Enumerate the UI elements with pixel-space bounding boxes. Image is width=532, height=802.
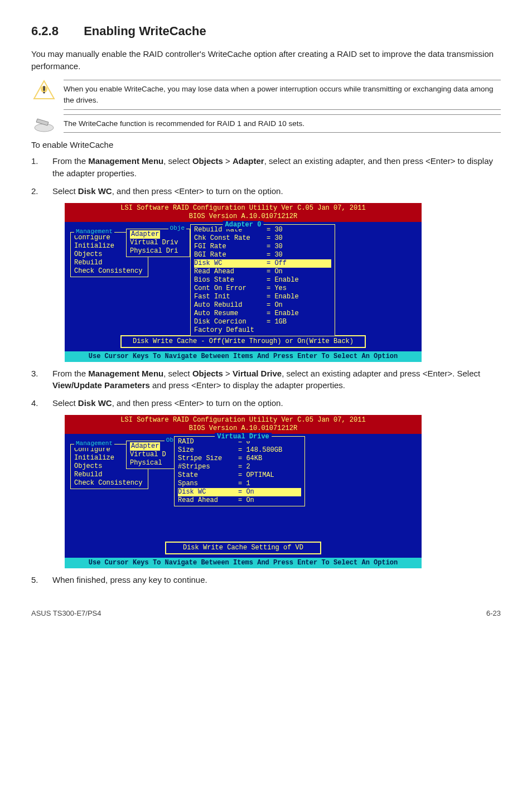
menu-item: Virtual Driv	[130, 239, 186, 247]
objects-menu: Obje Adapter Virtual Driv Physical Dri	[126, 229, 190, 257]
step-text: From the Management Menu, select Objects…	[52, 155, 501, 180]
property-row: Stripe Size= 64KB	[178, 455, 301, 463]
objects-menu: Ob Adapter Virtual D Physical	[126, 441, 179, 469]
bios-footer-hint: Use Cursor Keys To Navigate Between Item…	[65, 558, 422, 568]
property-row: BGI Rate= 30	[194, 251, 331, 259]
page-footer: ASUS TS300-E7/PS4 6-23	[31, 608, 501, 619]
property-row: #Stripes= 2	[178, 463, 301, 471]
property-row: Cont On Error= Yes	[194, 284, 331, 293]
bios-group-label: Virtual Drive	[215, 433, 272, 441]
step-number: 1.	[31, 155, 40, 180]
step-number: 2.	[31, 185, 40, 197]
warning-callout: When you enable WriteCache, you may lose…	[31, 80, 501, 109]
property-row: State= OPTIMAL	[178, 471, 301, 480]
bios-message-box: Disk Write Cache - Off(Write Through) or…	[120, 335, 366, 348]
menu-item: Check Consistency	[74, 267, 144, 276]
section-title: Enabling WriteCache	[84, 24, 206, 38]
step-text: When finished, press any key to continue…	[52, 574, 501, 586]
bios-group-label: Adapter 0	[223, 221, 264, 229]
property-row: Size= 148.580GB	[178, 446, 301, 455]
bios-screenshot-adapter: LSI Software RAID Configuration Utility …	[65, 203, 422, 362]
svg-rect-2	[43, 86, 45, 91]
step-text: Select Disk WC, and then press <Enter> t…	[52, 185, 501, 197]
property-row: Auto Resume= Enable	[194, 310, 331, 318]
bios-title: LSI Software RAID Configuration Utility …	[65, 415, 422, 434]
property-row: Fast Init= Enable	[194, 293, 331, 301]
step-number: 3.	[31, 368, 40, 392]
step-5: 5. When finished, press any key to conti…	[31, 574, 501, 586]
property-row-selected: Disk WC= Off	[194, 259, 331, 268]
property-row: Chk Const Rate= 30	[194, 234, 331, 243]
note-callout: The WriteCache function is recommended f…	[31, 114, 501, 133]
adapter-properties-panel: Rebuild Rate= 30Chk Const Rate= 30FGI Ra…	[190, 224, 335, 336]
section-number: 6.2.8	[31, 22, 80, 40]
step-number: 4.	[31, 397, 40, 409]
footer-product: ASUS TS300-E7/PS4	[31, 608, 101, 619]
property-row: Disk Coercion= 1GB	[194, 318, 331, 326]
note-icon	[31, 114, 57, 133]
property-row-selected: Disk WC= On	[178, 488, 301, 496]
bios-footer-hint: Use Cursor Keys To Navigate Between Item…	[65, 351, 422, 362]
property-row: Auto Rebuild= On	[194, 301, 331, 310]
step-number: 5.	[31, 574, 40, 586]
warning-icon	[31, 80, 57, 101]
bios-message-box: Disk Write Cache Setting of VD	[165, 542, 321, 554]
property-row: Read Ahead= On	[194, 268, 331, 276]
menu-item: Check Consistency	[74, 479, 144, 487]
note-text: The WriteCache function is recommended f…	[64, 114, 501, 133]
menu-item: Virtual D	[130, 451, 175, 459]
step-text: From the Management Menu, select Objects…	[52, 368, 501, 392]
property-row: FGI Rate= 30	[194, 243, 331, 251]
step-2: 2. Select Disk WC, and then press <Enter…	[31, 185, 501, 197]
menu-item: Physical Dri	[130, 247, 186, 255]
section-heading: 6.2.8 Enabling WriteCache	[31, 22, 501, 40]
virtual-drive-properties-panel: RAID= 0Size= 148.580GBStripe Size= 64KB#…	[174, 436, 305, 506]
menu-item-selected: Adapter	[130, 230, 160, 239]
bios-title: LSI Software RAID Configuration Utility …	[65, 203, 422, 222]
step-1: 1. From the Management Menu, select Obje…	[31, 155, 501, 180]
menu-item: Physical	[130, 459, 175, 467]
property-row: Bios State= Enable	[194, 276, 331, 284]
menu-item: Rebuild	[74, 471, 144, 479]
svg-point-4	[35, 124, 54, 132]
footer-page-number: 6-23	[486, 608, 501, 619]
step-text: Select Disk WC, and then press <Enter> t…	[52, 397, 501, 409]
step-3: 3. From the Management Menu, select Obje…	[31, 368, 501, 392]
bios-screenshot-virtual-drive: LSI Software RAID Configuration Utility …	[65, 415, 422, 568]
step-4: 4. Select Disk WC, and then press <Enter…	[31, 397, 501, 409]
menu-item: Rebuild	[74, 259, 144, 267]
property-row: Spans= 1	[178, 480, 301, 488]
procedure-heading: To enable WriteCache	[31, 139, 501, 151]
warning-text: When you enable WriteCache, you may lose…	[64, 80, 501, 109]
property-row: Factory Default	[194, 326, 331, 335]
menu-item-selected: Adapter	[130, 442, 160, 451]
svg-point-3	[43, 92, 45, 94]
property-row: Read Ahead= On	[178, 496, 301, 505]
intro-paragraph: You may manually enable the RAID control…	[31, 48, 501, 73]
